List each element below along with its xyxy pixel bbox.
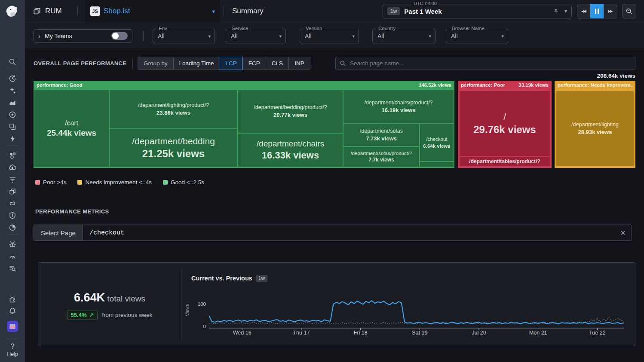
country-dropdown[interactable]: Country All ▾ <box>372 29 435 43</box>
treemap-cell-lighting[interactable]: /department/lighting 28.93k views <box>556 91 634 166</box>
performance-treemap: performance: Good 146.52k views /cart 25… <box>34 81 635 168</box>
sidebar-item-integrations[interactable] <box>0 293 25 305</box>
application-selector[interactable]: JS Shop.ist ▾ <box>85 0 220 22</box>
treemap-cell-bedding-product[interactable]: /department/bedding/product/? 20.77k vie… <box>238 90 343 133</box>
clear-icon[interactable]: × <box>620 228 626 238</box>
cell-name: /department/bedding/product/? <box>254 104 327 111</box>
sidebar-item-history[interactable] <box>0 73 25 85</box>
group-poor-header: performance: Poor 33.19k views <box>458 81 552 89</box>
zoom-out-button[interactable] <box>622 4 636 18</box>
sidebar-item-search[interactable] <box>0 56 25 68</box>
delta-badge: 55.4%↗ <box>67 310 98 320</box>
sidebar-item-profiling[interactable] <box>0 250 25 262</box>
sidebar-item-watchdog[interactable] <box>0 85 25 97</box>
time-range-picker[interactable]: UTC-04:00 1w Past 1 Week ▾ <box>383 4 572 18</box>
treemap-cell-tables-product[interactable]: /department/tables/product/? <box>460 157 550 166</box>
treemap-cell-chairs-product[interactable]: /department/chairs/product/? 16.19k view… <box>343 90 454 123</box>
legend-item-needs-improvement[interactable]: Needs improvement <=4s <box>77 179 152 186</box>
fast-forward-button[interactable]: ▶▶ <box>604 4 617 18</box>
chevron-down-icon[interactable]: ▾ <box>564 8 567 14</box>
version-dropdown[interactable]: Version All ▾ <box>300 29 359 43</box>
treemap-cell-sofas-product[interactable]: /department/sofas/product/? 7.7k views <box>343 147 419 167</box>
search-icon <box>9 58 16 66</box>
x-tick-label: Wed 16 <box>233 330 251 336</box>
help-label[interactable]: Help <box>0 351 25 357</box>
header-divider <box>132 59 133 68</box>
env-dropdown[interactable]: Env All ▾ <box>153 29 215 43</box>
pause-button[interactable] <box>590 4 604 18</box>
total-views-suffix: total views <box>105 294 145 303</box>
browser-name-dropdown[interactable]: Browser Name All ▾ <box>446 29 508 43</box>
browser-windows-icon <box>9 188 16 195</box>
rewind-button[interactable]: ◀◀ <box>577 4 591 18</box>
sidebar-item-cloud-cost[interactable] <box>0 161 25 173</box>
selected-page-value: /checkout <box>89 229 124 237</box>
treemap-cell-checkout[interactable]: /checkout 6.64k views <box>420 124 454 161</box>
hexagon-cluster-icon <box>9 152 16 159</box>
sidebar-item-rum[interactable] <box>0 186 25 198</box>
rum-nav[interactable]: RUM <box>33 0 62 22</box>
sidebar-item-service-management[interactable] <box>0 149 25 161</box>
link-icon <box>9 200 16 207</box>
select-page-bar[interactable]: Select Page /checkout × <box>34 225 632 241</box>
needs-improvement-swatch <box>77 180 82 185</box>
treemap-cell-root[interactable]: / 29.76k views <box>460 91 550 156</box>
tab-lcp[interactable]: LCP <box>220 57 243 70</box>
my-teams-toggle[interactable] <box>111 32 128 40</box>
playback-controls: ◀◀ ▶▶ <box>577 4 617 18</box>
line-chart-svg <box>209 299 624 333</box>
tab-inp[interactable]: INP <box>288 57 310 70</box>
tab-fcp[interactable]: FCP <box>242 57 266 70</box>
legend-item-good[interactable]: Good <=2.5s <box>163 179 204 186</box>
cell-views: 20.77k views <box>273 112 307 119</box>
sidebar-item-metrics[interactable] <box>0 97 25 109</box>
x-tick-label: Tue 22 <box>589 330 605 336</box>
list-search-icon <box>9 265 16 272</box>
filter-divider <box>143 31 144 41</box>
sidebar-item-ci-visibility[interactable] <box>0 198 25 210</box>
x-tick-label: Jul 20 <box>472 330 486 336</box>
views-line-chart <box>209 299 624 333</box>
sidebar-item-monitors[interactable] <box>0 109 25 121</box>
page-search <box>335 57 635 70</box>
treemap-cell-cart[interactable]: /cart 25.44k views <box>34 90 109 167</box>
filter-bar: › My Teams Env All ▾ Service All ▾ Versi… <box>25 22 644 49</box>
poor-swatch <box>35 180 40 185</box>
service-dropdown[interactable]: Service All ▾ <box>226 29 286 43</box>
sidebar-item-account[interactable] <box>0 319 25 333</box>
cell-views: 6.64k views <box>423 143 450 149</box>
cell-views: 16.19k views <box>382 107 416 114</box>
my-teams-filter[interactable]: › My Teams <box>34 29 132 43</box>
tab-cls[interactable]: CLS <box>266 57 289 70</box>
sidebar-item-infrastructure[interactable] <box>0 121 25 133</box>
treemap-cell-chairs[interactable]: /department/chairs 16.33k views <box>238 134 343 167</box>
dog-icon <box>5 4 20 20</box>
group-good-views: 146.52k views <box>419 82 451 88</box>
cell-views: 28.93k views <box>578 129 612 136</box>
sidebar-item-notifications[interactable] <box>0 305 25 317</box>
sidebar-divider <box>6 68 19 68</box>
sidebar-item-help[interactable]: ? <box>0 341 25 353</box>
tab-loading-time[interactable]: Loading Time <box>173 57 220 70</box>
datadog-logo[interactable] <box>0 3 25 21</box>
sidebar-item-synthetics[interactable] <box>0 222 25 234</box>
treemap-cell-lighting-product[interactable]: /department/lighting/product/? 23.86k vi… <box>110 90 237 128</box>
search-input[interactable] <box>335 57 635 70</box>
chart-title: Current vs. Previous 1w <box>191 275 267 282</box>
sidebar-item-log-explorer[interactable] <box>0 262 25 274</box>
pixel-dog-avatar-icon <box>9 322 16 330</box>
sidebar-item-security[interactable] <box>0 210 25 222</box>
sidebar-item-error-tracking[interactable] <box>0 238 25 250</box>
treemap-cell-bedding[interactable]: /department/bedding 21.25k views <box>110 129 237 167</box>
sidebar: ? Help <box>0 0 25 362</box>
history-clock-icon <box>9 75 16 82</box>
sidebar-item-apm[interactable] <box>0 133 25 145</box>
pin-icon[interactable] <box>553 8 559 15</box>
treemap-cell-sofas[interactable]: /department/sofas 7.73k views <box>343 124 419 146</box>
cell-name: /department/lighting <box>571 122 619 128</box>
treemap-cell-small[interactable] <box>420 162 454 167</box>
sidebar-item-log-pipelines[interactable] <box>0 173 25 186</box>
legend-item-poor[interactable]: Poor >4s <box>35 179 66 186</box>
card-divider <box>181 269 181 340</box>
group-poor-label: performance: Poor <box>461 82 505 88</box>
